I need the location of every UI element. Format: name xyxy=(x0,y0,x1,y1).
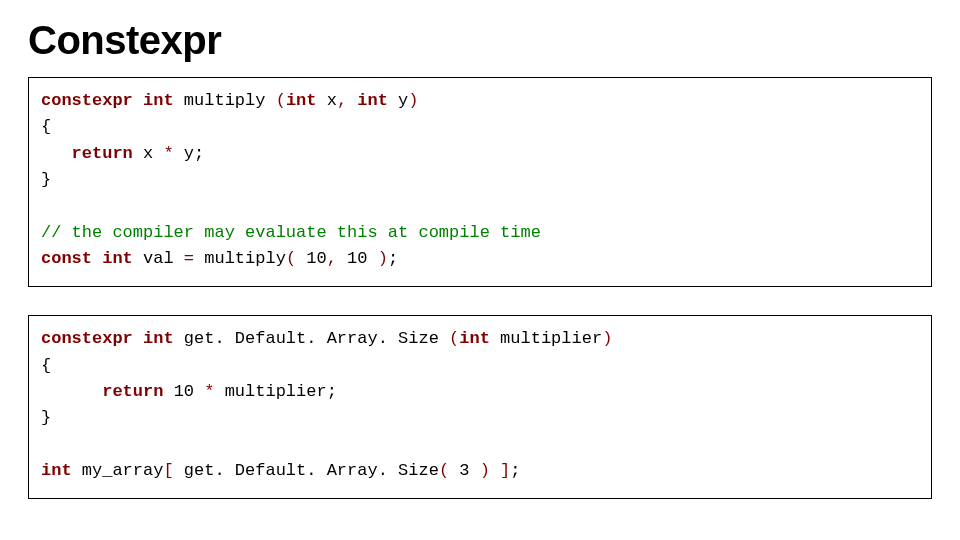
keyword: int xyxy=(357,91,388,110)
code-text: { xyxy=(41,356,51,375)
code-text: multiply xyxy=(194,249,286,268)
comma: , xyxy=(337,91,347,110)
code-text xyxy=(41,382,102,401)
code-text: x xyxy=(316,91,336,110)
keyword: return xyxy=(102,382,163,401)
code-text: y; xyxy=(174,144,205,163)
code-text xyxy=(41,144,72,163)
code-text: 10 xyxy=(337,249,378,268)
code-text: get. Default. Array. Size xyxy=(174,461,439,480)
operator: * xyxy=(204,382,214,401)
paren: ( xyxy=(286,249,296,268)
keyword: int xyxy=(459,329,490,348)
paren: ( xyxy=(276,91,286,110)
comment: // the compiler may evaluate this at com… xyxy=(41,223,541,242)
paren: ( xyxy=(449,329,459,348)
code-text: ; xyxy=(388,249,398,268)
code-text: { xyxy=(41,117,51,136)
operator: * xyxy=(163,144,173,163)
bracket: ] xyxy=(500,461,510,480)
slide-title: Constexpr xyxy=(28,18,932,63)
code-text xyxy=(194,382,204,401)
bracket: [ xyxy=(163,461,173,480)
paren: ) xyxy=(408,91,418,110)
code-text xyxy=(347,91,357,110)
code-text: multiplier; xyxy=(214,382,336,401)
code-text xyxy=(490,461,500,480)
code-text xyxy=(92,249,102,268)
code-block-2: constexpr int get. Default. Array. Size … xyxy=(28,315,932,499)
code-text: } xyxy=(41,408,51,427)
paren: ) xyxy=(480,461,490,480)
code-text: get. Default. Array. Size xyxy=(174,329,449,348)
keyword: int xyxy=(102,249,133,268)
keyword: int xyxy=(143,329,174,348)
slide: Constexpr constexpr int multiply (int x,… xyxy=(0,0,960,540)
code-text: 10 xyxy=(296,249,327,268)
code-text: x xyxy=(133,144,164,163)
keyword: int xyxy=(143,91,174,110)
keyword: int xyxy=(41,461,72,480)
code-block-1: constexpr int multiply (int x, int y) { … xyxy=(28,77,932,287)
code-text: multiply xyxy=(174,91,276,110)
operator: = xyxy=(184,249,194,268)
keyword: constexpr xyxy=(41,329,133,348)
keyword: return xyxy=(72,144,133,163)
code-text xyxy=(163,382,173,401)
code-text: multiplier xyxy=(490,329,602,348)
code-text: y xyxy=(388,91,408,110)
code-text: val xyxy=(133,249,184,268)
keyword: int xyxy=(286,91,317,110)
code-text: } xyxy=(41,170,51,189)
paren: ( xyxy=(439,461,449,480)
paren: ) xyxy=(378,249,388,268)
code-text: 10 xyxy=(174,382,194,401)
code-text: my_array xyxy=(72,461,164,480)
code-text: 3 xyxy=(449,461,480,480)
paren: ) xyxy=(602,329,612,348)
comma: , xyxy=(327,249,337,268)
keyword: const xyxy=(41,249,92,268)
code-text: ; xyxy=(510,461,520,480)
keyword: constexpr xyxy=(41,91,133,110)
